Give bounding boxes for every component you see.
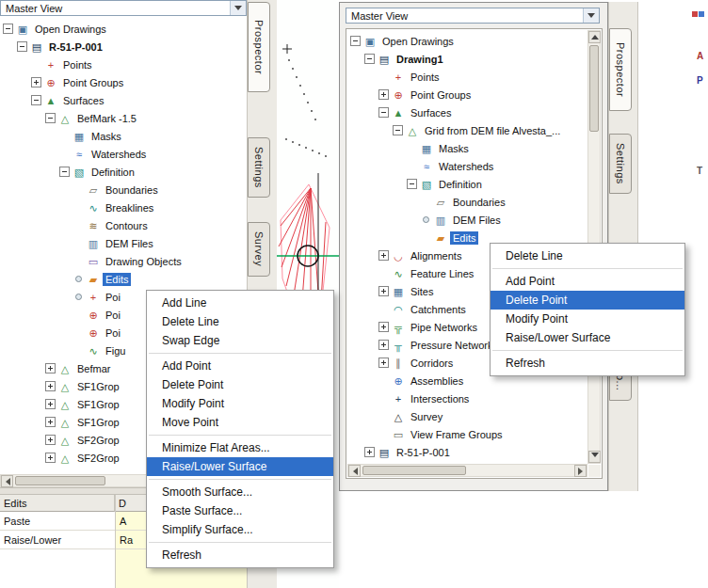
tab-prospector-left[interactable]: Prospector bbox=[248, 2, 270, 92]
collapse-icon[interactable] bbox=[393, 125, 403, 135]
menu-item-raise-lower-surface[interactable]: Raise/Lower Surface bbox=[147, 457, 333, 476]
tree-item-edits[interactable]: ▰Edits bbox=[0, 270, 247, 288]
expand-icon[interactable] bbox=[378, 89, 389, 100]
expand-icon[interactable] bbox=[45, 363, 56, 373]
menu-item-modify-point[interactable]: Modify Point bbox=[147, 394, 333, 413]
menu-item-refresh[interactable]: Refresh bbox=[147, 546, 333, 564]
menu-item-move-point[interactable]: Move Point bbox=[147, 413, 333, 432]
tree-item-label: Assemblies bbox=[408, 374, 466, 388]
tab-settings-right[interactable]: Settings bbox=[609, 134, 632, 194]
tree-item-open-drawings[interactable]: ▣Open Drawings bbox=[0, 20, 247, 38]
menu-item-refresh[interactable]: Refresh bbox=[491, 354, 684, 373]
tab-prospector-right[interactable]: Prospector bbox=[609, 28, 632, 111]
tree-item-drawing-r51[interactable]: ▤R-51-P-001 bbox=[0, 38, 247, 56]
tree-item-dem-files[interactable]: ▥DEM Files bbox=[347, 211, 587, 229]
menu-item-swap-edge[interactable]: Swap Edge bbox=[147, 331, 333, 350]
tree-item-open-drawings[interactable]: ▣Open Drawings bbox=[347, 32, 587, 50]
expand-icon[interactable] bbox=[45, 435, 56, 445]
collapse-icon[interactable] bbox=[45, 113, 56, 123]
menu-item-add-point[interactable]: Add Point bbox=[147, 357, 333, 375]
tree-item-boundaries[interactable]: ▱Boundaries bbox=[0, 181, 247, 199]
tab-settings-left[interactable]: Settings bbox=[248, 137, 270, 198]
view-selector[interactable]: Master View bbox=[0, 0, 247, 16]
menu-item-delete-line[interactable]: Delete Line bbox=[491, 246, 684, 265]
scrollbar-thumb[interactable] bbox=[589, 45, 599, 132]
expand-icon[interactable] bbox=[364, 447, 375, 457]
tree-item-grid-surface[interactable]: △Grid from DEM file Alvesta_... bbox=[347, 121, 587, 139]
tree-item-view-frame-groups[interactable]: ▭View Frame Groups bbox=[347, 425, 587, 443]
expand-icon[interactable] bbox=[378, 250, 389, 261]
scroll-left-button[interactable] bbox=[348, 465, 361, 477]
chevron-down-icon[interactable] bbox=[583, 8, 599, 23]
menu-separator bbox=[149, 542, 331, 543]
tree-item-dem-files[interactable]: ▥DEM Files bbox=[0, 234, 247, 252]
scroll-up-button[interactable] bbox=[588, 31, 601, 43]
collapse-icon[interactable] bbox=[31, 95, 41, 105]
tree-item-boundaries[interactable]: ▱Boundaries bbox=[347, 193, 587, 211]
tree-item-point-groups[interactable]: ⊕Point Groups bbox=[347, 86, 587, 103]
collapse-icon[interactable] bbox=[407, 179, 417, 189]
collapse-icon[interactable] bbox=[350, 36, 361, 46]
collapse-icon[interactable] bbox=[3, 24, 13, 34]
menu-item-delete-point[interactable]: Delete Point bbox=[491, 291, 684, 310]
menu-item-add-point[interactable]: Add Point bbox=[491, 272, 684, 291]
menu-item-raise-lower-surface[interactable]: Raise/Lower Surface bbox=[491, 328, 684, 347]
tree-item-points[interactable]: +Points bbox=[0, 56, 247, 73]
tree-item-drawing-r51[interactable]: ▤R-51-P-001 bbox=[347, 443, 587, 461]
collapse-icon[interactable] bbox=[17, 41, 27, 52]
corridors-icon: ∥ bbox=[392, 357, 405, 370]
column-divider bbox=[115, 495, 116, 588]
chevron-down-icon[interactable] bbox=[230, 1, 246, 15]
list-header-edits[interactable]: Edits bbox=[0, 495, 115, 512]
collapse-icon[interactable] bbox=[59, 167, 70, 177]
menu-item-modify-point[interactable]: Modify Point bbox=[491, 310, 684, 328]
menu-item-smooth-surface[interactable]: Smooth Surface... bbox=[147, 483, 333, 501]
menu-item-add-line[interactable]: Add Line bbox=[147, 294, 333, 312]
menu-item-delete-point[interactable]: Delete Point bbox=[147, 375, 333, 394]
boundaries-icon: ▱ bbox=[87, 183, 100, 197]
expand-icon[interactable] bbox=[31, 77, 41, 87]
tab-survey-left[interactable]: Survey bbox=[248, 222, 270, 277]
menu-item-delete-line[interactable]: Delete Line bbox=[147, 312, 333, 331]
tree-item-watersheds[interactable]: ≈Watersheds bbox=[0, 145, 247, 163]
menu-item-simplify-surface[interactable]: Simplify Surface... bbox=[147, 520, 333, 539]
scroll-right-button[interactable] bbox=[574, 465, 587, 477]
tree-item-surfaces[interactable]: ▲Surfaces bbox=[347, 103, 587, 121]
scroll-left-button[interactable] bbox=[1, 475, 13, 487]
tree-item-point-groups[interactable]: ⊕Point Groups bbox=[0, 73, 247, 91]
open-drawings-icon: ▣ bbox=[16, 23, 29, 36]
expand-icon[interactable] bbox=[378, 358, 389, 368]
tree-item-definition[interactable]: ▧Definition bbox=[0, 163, 247, 181]
tree-item-breaklines[interactable]: ∿Breaklines bbox=[0, 199, 247, 216]
tree-item-surfaces[interactable]: ▲Surfaces bbox=[0, 91, 247, 109]
tree-item-label: Open Drawings bbox=[379, 35, 457, 48]
scroll-down-button[interactable] bbox=[588, 451, 601, 463]
tree-item-drawing1[interactable]: ▤Drawing1 bbox=[347, 50, 587, 68]
tree-item-drawing-objects[interactable]: ▭Drawing Objects bbox=[0, 252, 247, 270]
tree-item-points[interactable]: +Points bbox=[347, 68, 587, 86]
tree-item-definition[interactable]: ▧Definition bbox=[347, 175, 587, 193]
tree-item-contours[interactable]: ≋Contours bbox=[0, 216, 247, 234]
expand-icon[interactable] bbox=[378, 322, 389, 332]
expand-icon[interactable] bbox=[45, 417, 56, 427]
tree-item-surface-befmark[interactable]: △BefMark -1.5 bbox=[0, 109, 247, 127]
tree-item-intersections[interactable]: +Intersections bbox=[347, 389, 587, 407]
expand-icon[interactable] bbox=[378, 340, 389, 350]
tree-item-masks[interactable]: ▦Masks bbox=[0, 127, 247, 145]
menu-item-minimize-flat-areas[interactable]: Minimize Flat Areas... bbox=[147, 438, 333, 457]
expand-icon[interactable] bbox=[378, 286, 389, 296]
view-selector-right[interactable]: Master View bbox=[346, 8, 600, 24]
scrollbar-thumb[interactable] bbox=[15, 476, 105, 485]
expand-icon[interactable] bbox=[45, 453, 56, 463]
expand-icon[interactable] bbox=[45, 399, 56, 409]
horizontal-scrollbar[interactable] bbox=[347, 464, 587, 477]
tree-item-masks[interactable]: ▦Masks bbox=[347, 139, 587, 157]
scrollbar-thumb[interactable] bbox=[362, 466, 466, 475]
collapse-icon[interactable] bbox=[378, 107, 389, 118]
menu-item-paste-surface[interactable]: Paste Surface... bbox=[147, 501, 333, 520]
tree-item-watersheds[interactable]: ≈Watersheds bbox=[347, 157, 587, 175]
points-icon: + bbox=[392, 71, 405, 84]
expand-icon[interactable] bbox=[45, 381, 56, 391]
tree-item-survey[interactable]: △Survey bbox=[347, 407, 587, 425]
collapse-icon[interactable] bbox=[364, 54, 375, 64]
